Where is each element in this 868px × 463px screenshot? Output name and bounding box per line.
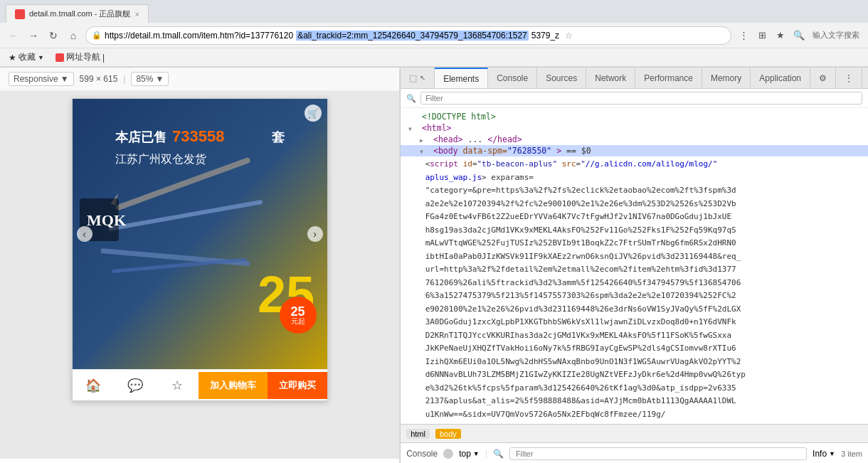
console-filter-input[interactable] — [509, 447, 807, 460]
mobile-frame: 25 本店已售 733558 套 江苏广州双仓发货 MQK ‹ — [0, 91, 399, 459]
bookmark-button[interactable]: ★ — [773, 28, 788, 43]
doctype-node: <!DOCTYPE html> — [422, 112, 496, 122]
info-level-dropdown[interactable]: Info ▼ — [813, 449, 835, 459]
responsive-dropdown[interactable]: Responsive ▼ — [9, 72, 74, 86]
buy-now-button[interactable]: 立即购买 — [268, 372, 327, 399]
cursor-icon: ⬚ — [409, 73, 417, 83]
code-line-15: JkKPeNaeUjXHQZfTVakHoii6oNy7k%5fRBG9IayC… — [406, 342, 862, 356]
bookmark-separator: | — [102, 53, 105, 63]
add-to-cart-button[interactable]: 加入购物车 — [199, 372, 268, 399]
dropdown-arrow-icon-console: ▼ — [473, 450, 480, 457]
data-spm-value: "7628550" — [507, 146, 551, 156]
product-bottom-bar: 🏠 💬 ☆ 加入购物车 立即购买 — [73, 369, 327, 400]
price-unit: 元起 — [291, 318, 305, 325]
svg-text:MQK: MQK — [87, 211, 126, 229]
code-line-6: h8sg19as3da2cjGMd1VKx9xMEKL4AksFO%252Fv1… — [406, 224, 862, 238]
code-line-5: FGa4z0Etw4vFB6t2Z2ueEDrYVVa64K7Vc7tFgwHJ… — [406, 211, 862, 224]
favorite-icon[interactable]: ☆ — [157, 378, 199, 393]
tab-application[interactable]: Application — [751, 68, 810, 88]
console-context-dropdown[interactable]: top ▼ — [459, 449, 480, 459]
console-label: Console — [406, 449, 438, 459]
cart-icon[interactable]: 🛒 — [305, 105, 322, 122]
tab-console[interactable]: Console — [488, 68, 537, 88]
browser-tab[interactable]: detail.m.tmall.com - 正品旗舰 × — [6, 4, 149, 23]
bookmark-favicon-nav — [55, 53, 64, 62]
filter-input[interactable] — [420, 92, 862, 105]
forward-button[interactable]: → — [26, 28, 41, 43]
mobile-toolbar: Responsive ▼ 599 × 615 | 85% ▼ — [0, 68, 399, 91]
price-badge: 25 元起 — [280, 297, 317, 334]
head-expand-arrow[interactable] — [420, 134, 428, 144]
html-open-tag: <html> — [422, 123, 452, 133]
url-highlight: &ali_trackid=2:mm_125426640_34794579_136… — [296, 31, 529, 41]
chat-icon[interactable]: 💬 — [115, 378, 157, 393]
html-line[interactable]: <html> — [401, 122, 868, 134]
nav-actions: ⋮ ⊞ ★ 🔍 输入文字搜索 — [736, 28, 862, 43]
code-line-9: url=http%3a%2f%2fdetail%2em%2etmall%2eco… — [406, 263, 862, 277]
back-button[interactable]: ← — [6, 28, 21, 43]
html-expand-arrow[interactable] — [408, 123, 417, 133]
data-spm-attr: data-spm — [463, 146, 502, 156]
svg-text:江苏广州双仓发货: 江苏广州双仓发货 — [115, 153, 206, 165]
refresh-button[interactable]: ↻ — [46, 28, 61, 43]
dom-eq: == $0 — [566, 146, 591, 156]
search-button[interactable]: 🔍 — [791, 28, 807, 43]
breadcrumb-body[interactable]: body — [435, 429, 461, 439]
home-button[interactable]: ⌂ — [65, 28, 81, 43]
product-image-area: 25 本店已售 733558 套 江苏广州双仓发货 MQK ‹ — [73, 99, 327, 369]
breadcrumb-html[interactable]: html — [406, 429, 430, 439]
zoom-dropdown[interactable]: 85% ▼ — [131, 72, 169, 86]
tab-bar: detail.m.tmall.com - 正品旗舰 × — [0, 0, 868, 23]
tab-performance[interactable]: Performance — [635, 68, 702, 88]
devtools-settings-icon[interactable]: ⚙ — [810, 68, 836, 88]
address-bar-container[interactable]: 🔒 https://detail.m.tmall.com/item.htm?id… — [85, 26, 731, 45]
code-line-3: "category=&pre=https%3a%2f%2fs%2eclick%2… — [406, 184, 862, 198]
body-line[interactable]: <body data-spm="7628550" > == $0 — [401, 145, 868, 156]
toolbar-left: Responsive ▼ 599 × 615 | 85% ▼ — [9, 72, 169, 86]
code-line-10: 7612069%26ali%5ftrackid%3d2%3amm%5f12542… — [406, 277, 862, 290]
tab-favicon — [15, 9, 25, 19]
html-tree[interactable]: <!DOCTYPE html> <html> <head> ... </head… — [401, 108, 868, 424]
devtools-panel: ⬚ ↖ Elements Console Sources Network Per… — [400, 68, 868, 463]
tab-elements[interactable]: Elements — [435, 68, 488, 88]
code-block: <script id="tb-beacon-aplus" src="//g.al… — [401, 156, 868, 424]
bookmark-favorites[interactable]: ★ 收藏 ▼ — [6, 50, 47, 65]
console-bar: Console top ▼ | 🔍 Info ▼ 3 item — [401, 442, 868, 463]
body-open-tag: < — [433, 146, 438, 156]
bookmark-bar: ★ 收藏 ▼ 网址导航 | — [0, 48, 868, 67]
devtools-tab-bar: ⬚ ↖ Elements Console Sources Network Per… — [401, 68, 868, 89]
tab-sources[interactable]: Sources — [537, 68, 586, 88]
responsive-label: Responsive — [14, 74, 58, 84]
devtools-more-icon[interactable]: ⋮ — [836, 68, 862, 88]
url-star-icon[interactable]: ☆ — [565, 31, 573, 41]
code-line-19: 2137&aplus&at_alis=2%5f598888488&asid=AY… — [406, 395, 862, 408]
tab-elements-icon[interactable]: ⬚ ↖ — [401, 68, 435, 88]
size-separator: | — [123, 74, 125, 84]
tab-memory[interactable]: Memory — [702, 68, 751, 88]
pointer-icon: ↖ — [420, 74, 425, 82]
code-line-18: e%3d2%26tk%5fcps%5fparam%3d125426640%26t… — [406, 382, 862, 395]
filter-icon-console: 🔍 — [493, 449, 504, 459]
elements-toolbar: 🔍 — [401, 89, 868, 108]
code-line-13: 3A0DGoGduj1zxcXgLpbP1XKGTbhbSW6kVsXl1lwj… — [406, 316, 862, 329]
svg-text:套: 套 — [272, 130, 285, 144]
qr-code-button[interactable]: ⊞ — [754, 28, 770, 43]
dropdown-icon: ▼ — [38, 54, 44, 61]
home-icon[interactable]: 🏠 — [73, 378, 115, 393]
zoom-dropdown-arrow-icon: ▼ — [155, 74, 164, 84]
product-prev-arrow[interactable]: ‹ — [77, 226, 92, 242]
bookmark-nav[interactable]: 网址导航 | — [53, 50, 107, 65]
mobile-preview-panel: Responsive ▼ 599 × 615 | 85% ▼ — [0, 68, 400, 463]
code-line-11: 6%3a1527475379%5f213%5f1457557303%26spm%… — [406, 289, 862, 303]
tab-close-button[interactable]: × — [134, 10, 139, 18]
product-next-arrow[interactable]: › — [307, 226, 323, 242]
tab-network[interactable]: Network — [586, 68, 635, 88]
info-label: Info — [813, 449, 827, 459]
head-collapsed: ... — [467, 134, 482, 144]
extensions-button[interactable]: ⋮ — [736, 28, 751, 43]
body-expand-arrow[interactable] — [420, 146, 428, 156]
code-line-7: mALwVTtqWGE%252FujTUSIz%252BVIb9t1BoqkZ2… — [406, 237, 862, 250]
head-line[interactable]: <head> ... </head> — [401, 134, 868, 145]
code-line-17: d6NNNavBLUh73LZM5BMjZ1GIwZyKKIZIe28UgNZt… — [406, 368, 862, 382]
filter-icon: 🔍 — [406, 94, 416, 103]
